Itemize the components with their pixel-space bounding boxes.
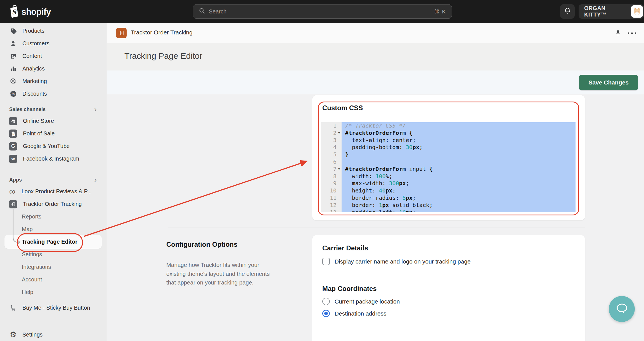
carrier-checkbox-label: Display carrier name and logo on your tr… — [335, 258, 471, 265]
sidebar-item-label: Facebook & Instagram — [23, 156, 79, 162]
chat-bubble-icon — [615, 302, 629, 316]
code-token: text-align: center; — [345, 137, 416, 144]
fold-arrow-icon[interactable]: ▾ — [337, 130, 342, 137]
code-lines: 1/* Tracktor CSS */2▾#tracktorOrderForm … — [321, 122, 576, 212]
sidebar-item-loox[interactable]: ∞ Loox Product Reviews & P... — [0, 185, 107, 198]
code-token: #tracktorOrderForm — [345, 166, 406, 172]
line-number: 12 — [321, 202, 337, 209]
code-token: px — [386, 187, 392, 194]
sidebar-item-help[interactable]: Help — [0, 286, 107, 298]
code-token: padding-left: — [345, 209, 399, 212]
code-editor[interactable]: 1/* Tracktor CSS */2▾#tracktorOrderForm … — [321, 122, 576, 212]
media-icon — [10, 53, 17, 60]
sidebar-item-label: Tracktor Order Tracking — [23, 201, 82, 207]
store-name: ORGAN KITTY™ — [584, 5, 627, 18]
carrier-details-title: Carrier Details — [322, 244, 575, 252]
sidebar-item-discounts[interactable]: % Discounts — [0, 88, 107, 100]
sidebar-item-point-of-sale[interactable]: S Point of Sale — [0, 127, 107, 140]
sidebar-item-reports[interactable]: Reports — [0, 210, 107, 223]
line-number: 5 — [321, 151, 337, 158]
line-number: 1 — [321, 122, 337, 130]
configuration-options-section: Configuration Options Manage how Trackto… — [166, 241, 284, 287]
apps-header[interactable]: Apps › — [0, 175, 107, 185]
radio-current-package-location[interactable] — [322, 298, 330, 305]
code-token: 100 — [375, 173, 385, 180]
code-line: 9 max-width: 300px; — [321, 180, 576, 187]
target-cursor-icon — [10, 78, 17, 85]
sidebar-item-settings[interactable]: ⚙ Settings — [0, 328, 107, 341]
radio-destination-address[interactable] — [322, 310, 330, 317]
notifications-button[interactable] — [560, 4, 575, 19]
configuration-options-title: Configuration Options — [166, 241, 284, 248]
sidebar-item-online-store[interactable]: Online Store — [0, 115, 107, 127]
code-line: 7▾#tracktorOrderForm input { — [321, 166, 576, 173]
sidebar-item-facebook-instagram[interactable]: ∞ Facebook & Instagram — [0, 152, 107, 165]
avatar — [631, 5, 643, 18]
search-input[interactable]: Search ⌘ K — [193, 4, 452, 19]
page-title: Tracking Page Editor — [124, 51, 202, 61]
subitem-label: Reports — [22, 213, 41, 220]
code-token: px — [406, 194, 413, 201]
sidebar-item-label: Settings — [22, 331, 42, 338]
code-token: 300 — [389, 180, 399, 187]
sidebar-item-account[interactable]: Account — [0, 273, 107, 286]
line-number: 11 — [321, 194, 337, 202]
app-name: Tracktor Order Tracking — [131, 29, 193, 36]
pin-button[interactable] — [614, 29, 622, 38]
line-number: 6 — [321, 158, 337, 166]
subitem-label: Integrations — [22, 264, 51, 270]
bell-icon — [564, 7, 571, 16]
line-number: 7 — [321, 166, 337, 173]
code-token: max-width: — [345, 180, 389, 187]
map-coordinates-section: Map Coordinates Current package location… — [312, 277, 585, 331]
sidebar-item-tracktor-settings[interactable]: Settings — [0, 248, 107, 261]
carrier-checkbox[interactable] — [322, 258, 330, 265]
code-token: } — [345, 151, 349, 158]
top-bar: S shopify Search ⌘ K ORGAN KITTY™ — [0, 0, 644, 23]
sidebar-item-tracktor[interactable]: Tracktor Order Tracking — [0, 198, 107, 210]
sidebar-item-google-youtube[interactable]: G Google & YouTube — [0, 140, 107, 152]
more-options-button[interactable] — [626, 29, 638, 38]
sidebar-item-tracking-page-editor[interactable]: Tracking Page Editor — [0, 236, 107, 248]
tracktor-app-icon — [116, 28, 127, 38]
sidebar-item-content[interactable]: Content — [0, 50, 107, 62]
carrier-details-section: Carrier Details Display carrier name and… — [312, 235, 585, 277]
sidebar-item-products[interactable]: Products — [0, 25, 107, 37]
line-number: 13 — [321, 209, 337, 212]
radio-label: Current package location — [335, 298, 400, 305]
sales-channels-header[interactable]: Sales channels › — [0, 104, 107, 115]
google-icon: G — [9, 142, 17, 150]
search-icon — [199, 8, 205, 16]
help-chat-button[interactable] — [609, 296, 635, 322]
save-bar: Save Changes — [107, 70, 644, 94]
search-shortcut: ⌘ K — [434, 8, 446, 15]
section-divider — [168, 227, 585, 227]
fold-arrow-icon[interactable]: ▾ — [337, 166, 342, 173]
code-line: 12 border: 1px solid black; — [321, 202, 576, 209]
line-number: 10 — [321, 187, 337, 194]
code-token: px — [413, 144, 419, 150]
account-menu[interactable]: ORGAN KITTY™ — [579, 4, 644, 19]
code-token: ; — [413, 209, 416, 212]
line-number: 8 — [321, 173, 337, 180]
sidebar-item-label: Content — [22, 53, 42, 59]
page-header: Tracking Page Editor — [107, 43, 644, 70]
sidebar-item-customers[interactable]: Customers — [0, 37, 107, 50]
code-line: 11 border-radius: 5px; — [321, 194, 576, 202]
shopify-logo[interactable]: S shopify — [8, 5, 51, 19]
subitem-label: Settings — [22, 251, 42, 258]
save-button[interactable]: Save Changes — [579, 75, 638, 90]
sidebar-item-analytics[interactable]: Analytics — [0, 62, 107, 75]
sidebar-item-map[interactable]: Map — [0, 223, 107, 236]
app-title-bar: Tracktor Order Tracking — [107, 23, 644, 43]
chevron-right-icon: › — [94, 106, 97, 113]
code-token: % — [386, 173, 389, 180]
code-token: { — [429, 166, 433, 172]
sidebar-item-buy-me[interactable]: Buy Me - Sticky Buy Button — [0, 302, 107, 314]
sidebar-item-marketing[interactable]: Marketing — [0, 75, 107, 88]
custom-css-title: Custom CSS — [322, 104, 363, 112]
pos-icon: S — [9, 130, 17, 138]
sidebar-item-integrations[interactable]: Integrations — [0, 261, 107, 273]
sidebar-item-label: Customers — [22, 40, 49, 47]
sidebar-item-label: Google & YouTube — [23, 143, 70, 149]
